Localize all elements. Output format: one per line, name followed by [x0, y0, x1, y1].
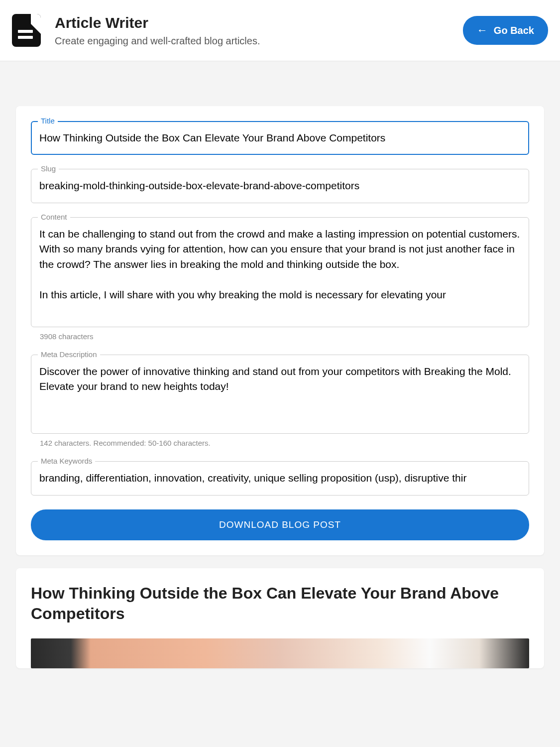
title-field-wrapper: Title: [31, 121, 529, 155]
header-text: Article Writer Create engaging and well-…: [55, 14, 463, 47]
slug-label: Slug: [38, 164, 59, 173]
download-blog-post-button[interactable]: DOWNLOAD BLOG POST: [31, 509, 529, 540]
form-card: Title Slug Content It can be challenging…: [16, 106, 544, 555]
meta-description-textarea[interactable]: Discover the power of innovative thinkin…: [31, 355, 529, 434]
preview-title: How Thinking Outside the Box Can Elevate…: [31, 583, 529, 624]
preview-image: [31, 638, 529, 668]
page-title: Article Writer: [55, 14, 463, 31]
meta-keywords-field-wrapper: Meta Keywords: [31, 461, 529, 495]
slug-field-wrapper: Slug: [31, 169, 529, 203]
meta-description-helper: 142 characters. Recommended: 50-160 char…: [31, 439, 529, 447]
meta-keywords-input[interactable]: [31, 461, 529, 495]
content-field-wrapper: Content It can be challenging to stand o…: [31, 217, 529, 327]
preview-card: How Thinking Outside the Box Can Elevate…: [16, 568, 544, 668]
title-label: Title: [38, 117, 58, 125]
meta-description-field-wrapper: Meta Description Discover the power of i…: [31, 355, 529, 434]
content-textarea[interactable]: It can be challenging to stand out from …: [31, 217, 529, 327]
go-back-button[interactable]: ← Go Back: [463, 16, 548, 45]
title-input[interactable]: [31, 121, 529, 155]
document-icon: [12, 14, 41, 47]
page-subtitle: Create engaging and well-crafted blog ar…: [55, 35, 463, 47]
slug-input[interactable]: [31, 169, 529, 203]
content-helper: 3908 characters: [31, 332, 529, 341]
meta-keywords-label: Meta Keywords: [38, 457, 95, 465]
content-label: Content: [38, 213, 70, 221]
page-header: Article Writer Create engaging and well-…: [0, 0, 560, 61]
meta-description-label: Meta Description: [38, 350, 100, 359]
go-back-label: Go Back: [494, 25, 534, 36]
arrow-left-icon: ←: [477, 24, 488, 37]
